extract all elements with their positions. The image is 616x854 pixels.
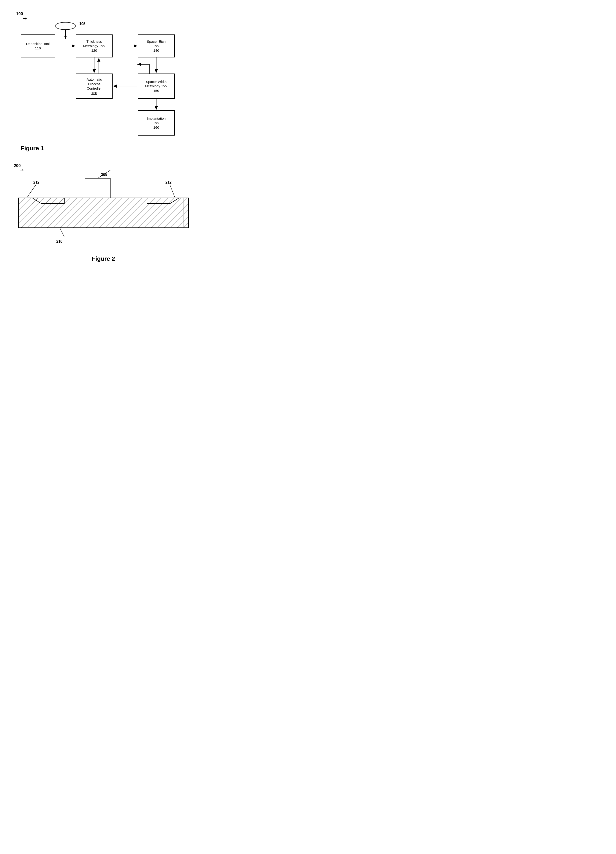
apc-box: Automatic Process Controller 130 (76, 73, 113, 99)
apc-line3: Controller (87, 86, 102, 91)
svg-text:210: 210 (56, 239, 63, 243)
svg-text:212: 212 (33, 180, 40, 184)
ref-100-label: 100 (16, 12, 23, 16)
svg-rect-1 (65, 29, 66, 36)
page: 100 ↗ 105 Deposition Tool 110 Thickness … (0, 0, 207, 271)
svg-line-31 (60, 228, 64, 237)
figure1-diagram: 100 ↗ 105 Deposition Tool 110 Thickness … (14, 9, 193, 142)
figure1-caption: Figure 1 (21, 145, 44, 152)
implantation-number: 160 (153, 125, 159, 130)
svg-line-27 (27, 185, 36, 197)
thickness-tool-box: Thickness Metrology Tool 120 (76, 35, 113, 58)
svg-line-29 (170, 185, 175, 197)
svg-text:212: 212 (165, 180, 172, 184)
svg-rect-22 (85, 178, 110, 198)
wafer-svg (54, 22, 77, 40)
svg-marker-2 (64, 36, 67, 39)
figure2-diagram: 200 ↗ 215 (14, 163, 193, 262)
spacer-width-line2: Metrology Tool (145, 84, 167, 88)
deposition-tool-label: Deposition Tool (26, 41, 50, 46)
spacer-etch-tool-box: Spacer Etch Tool 140 (138, 35, 175, 58)
spacer-width-tool-box: Spacer Width Metrology Tool 150 (138, 73, 175, 99)
implantation-line1: Implantation (147, 116, 166, 121)
svg-point-0 (55, 22, 76, 30)
implantation-tool-box: Implantation Tool 160 (138, 110, 175, 136)
thickness-tool-line2: Metrology Tool (83, 44, 105, 48)
ref-105-label: 105 (79, 22, 85, 26)
figure1-caption-area: Figure 1 (14, 145, 193, 152)
ref-200-label: 200 (14, 163, 21, 168)
thickness-tool-line1: Thickness (86, 39, 102, 44)
wafer-group (54, 22, 77, 41)
spacer-width-number: 150 (153, 88, 159, 93)
apc-line1: Automatic (87, 77, 102, 82)
spacer-etch-line1: Spacer Etch (147, 39, 166, 44)
spacer-etch-line2: Tool (153, 44, 159, 48)
spacer-etch-number: 140 (153, 48, 159, 53)
thickness-tool-number: 120 (91, 48, 97, 53)
apc-number: 130 (91, 91, 97, 95)
ref-215-label: 215 (101, 172, 107, 177)
figure2-caption: Figure 2 (14, 255, 193, 262)
deposition-tool-number: 110 (35, 46, 41, 50)
implantation-line2: Tool (153, 120, 159, 125)
spacer-width-line1: Spacer Width (146, 79, 166, 84)
deposition-tool-box: Deposition Tool 110 (21, 35, 55, 58)
apc-line2: Process (88, 82, 101, 86)
